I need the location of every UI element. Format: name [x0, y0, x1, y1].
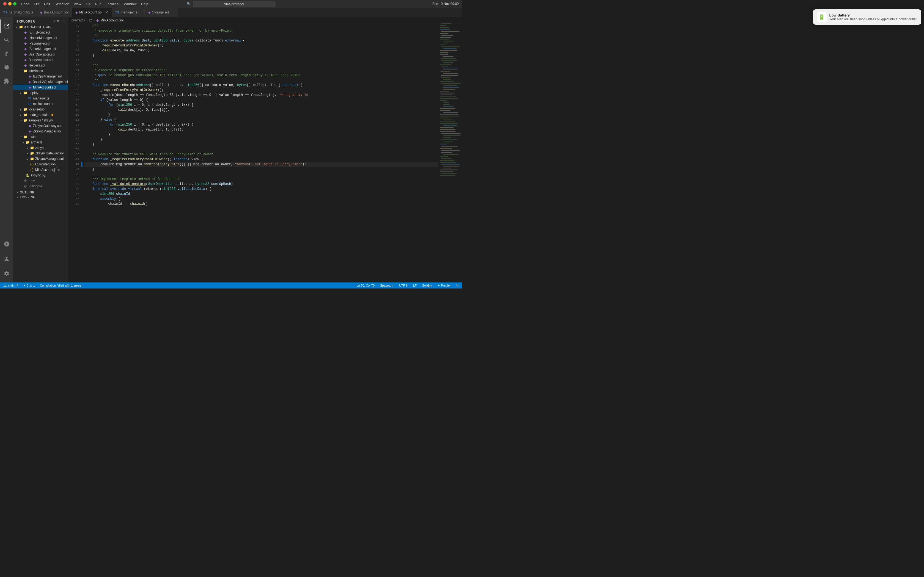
tree-zksyncgatewaysol-folder[interactable]: ▸ 📁 ZksyncGateway.sol [13, 151, 68, 156]
tree-miniaccount-json[interactable]: { } MiniAccount.json [13, 167, 68, 172]
activity-debug[interactable] [0, 61, 13, 74]
tree-il2ops[interactable]: ◆ IL2OpsManager.sol [13, 74, 68, 79]
spaces-setting[interactable]: Spaces: 4 [379, 282, 395, 288]
menu-help[interactable]: Help [141, 2, 148, 6]
activity-remote[interactable] [0, 237, 13, 251]
line-ending-text: LF [413, 284, 417, 287]
code-line-45: function execute(address dest, uint256 v… [84, 38, 438, 43]
tree-artifacts-folder[interactable]: ▾ 📁 artifacts [13, 140, 68, 145]
sol-file-icon: ◆ [27, 129, 32, 134]
encoding[interactable]: UTF-8 [398, 282, 409, 288]
sol-diamond-icon-3: ◆ [148, 11, 150, 14]
refresh-icon[interactable]: ⟳ [57, 19, 60, 23]
activity-source-control[interactable] [0, 47, 13, 60]
sol-file-icon: ◆ [27, 124, 32, 128]
git-branch[interactable]: ⎇ main ↺ [2, 282, 19, 288]
tree-baseaccount[interactable]: ◆ BaseAccount.sol [13, 57, 68, 63]
tab-hardhat[interactable]: TS hardhat.config.ts [0, 8, 37, 17]
menu-window[interactable]: Window [124, 2, 136, 6]
tree-miniaccount[interactable]: ◆ MiniAccount.sol [13, 85, 68, 90]
sol-file-icon: ◆ [23, 41, 27, 46]
json-file-icon: { } [30, 162, 34, 166]
tree-zksync-py[interactable]: 🐍 zksync.py [13, 172, 68, 178]
code-editor[interactable]: 42 43 44 45 46 47 48 49 50 51 52 53 54 5… [68, 23, 462, 282]
breadcrumb-filename[interactable]: MiniAccount.sol [100, 18, 123, 22]
activity-settings[interactable] [0, 267, 13, 280]
ln-78: 78 [68, 201, 79, 206]
menu-edit[interactable]: Edit [44, 2, 50, 6]
folder-closed-icon: 📁 [23, 91, 27, 95]
dot-file-icon: ⚙ [23, 184, 27, 189]
code-content[interactable]: /** * execute a transaction (called dire… [82, 23, 440, 282]
search-input[interactable] [193, 1, 276, 7]
menu-go[interactable]: Go [86, 2, 90, 6]
chevron-right-icon: ▸ [15, 191, 20, 194]
collapse-icon[interactable]: ⋯ [61, 19, 65, 23]
tree-zksyncgateway[interactable]: ◆ ZksyncGateway.sol [13, 123, 68, 129]
chevron-right-icon: ▸ [25, 147, 30, 150]
tab-storage[interactable]: ◆ Storage.sol [145, 8, 178, 17]
tab-baseaccount[interactable]: ◆ BaseAccount.sol [37, 8, 72, 17]
tree-miniaccount-ts[interactable]: TS miniaccount.ts [13, 101, 68, 106]
menu-code[interactable]: Code [21, 2, 29, 6]
tab-miniaccount[interactable]: ◆ MiniAccount.sol ✕ [72, 8, 112, 17]
tree-helpers[interactable]: ◆ Helpers.sol [13, 63, 68, 68]
tree-zksync-folder[interactable]: ▸ 📁 zksync [13, 145, 68, 151]
tree-ipaymaster[interactable]: ◆ IPaymaster.sol [13, 41, 68, 46]
code-line-67 [84, 147, 438, 152]
line-ending[interactable]: LF [412, 282, 418, 288]
tab-manager[interactable]: TS manager.ts [112, 8, 145, 17]
tree-project-root[interactable]: ▾ 📁 XTRA-PROTOCOL [13, 24, 68, 30]
ln-56: 56 [68, 93, 79, 98]
refresh-icon[interactable]: ↻ [455, 282, 460, 288]
tree-inoncemanager[interactable]: ◆ INonceManager.sol [13, 35, 68, 41]
ln-75: 75 [68, 187, 79, 192]
breadcrumb-contracts[interactable]: contracts [71, 18, 85, 22]
activity-extensions[interactable] [0, 74, 13, 88]
minimize-button[interactable] [8, 2, 11, 5]
menu-run[interactable]: Run [95, 2, 102, 6]
tree-manager-ts[interactable]: TS manager.ts [13, 96, 68, 101]
tab-close-button[interactable]: ✕ [105, 10, 108, 14]
new-file-icon[interactable]: + [53, 19, 55, 23]
tree-gitignore[interactable]: ⚙ .gitignore [13, 184, 68, 189]
breadcrumb-l2[interactable]: l2 [89, 18, 92, 22]
tree-zksyncmanagersol-folder[interactable]: ▸ 📁 ZksyncManager.sol [13, 156, 68, 161]
activity-search[interactable] [0, 33, 13, 47]
timeline-section-header[interactable]: ▸ TIMELINE [13, 195, 68, 199]
activity-account[interactable] [0, 252, 13, 266]
menu-file[interactable]: File [34, 2, 40, 6]
tree-useroperation[interactable]: ◆ UserOperation.sol [13, 52, 68, 57]
tree-localsetup-folder[interactable]: ▸ 📁 local-setup [13, 106, 68, 112]
tree-label: UserOperation.sol [29, 53, 55, 56]
tree-nodemodules-folder[interactable]: ▸ 📁 node_modules [13, 112, 68, 118]
tree-env[interactable]: ⚙ .env [13, 178, 68, 184]
ln-68: 68 [68, 152, 79, 157]
cursor-position[interactable]: Ln 70, Col 70 [355, 282, 376, 288]
cursor-pos-text: Ln 70, Col 70 [357, 284, 375, 287]
outline-section-header[interactable]: ▸ OUTLINE [13, 190, 68, 195]
menu-selection[interactable]: Selection [55, 2, 69, 6]
compilation-error[interactable]: Compilation failed with 1 errors [39, 282, 82, 288]
tree-ientrypoint[interactable]: ◆ IEntryPoint.sol [13, 30, 68, 35]
code-line-53: */ [84, 78, 438, 83]
ln-71: 71 [68, 167, 79, 172]
tree-l1router-json[interactable]: { } L1Router.json [13, 161, 68, 167]
tree-basel2ops[interactable]: ◆ BaseL2OpsManager.sol [13, 79, 68, 85]
close-button[interactable] [3, 2, 6, 5]
errors-warnings[interactable]: ✕ 0 ⚠ 1 [22, 282, 36, 288]
menu-terminal[interactable]: Terminal [106, 2, 120, 6]
language-mode[interactable]: Solidity [421, 282, 433, 288]
code-line-55: _requireFromEntryPointOrOwner(); [84, 88, 438, 93]
maximize-button[interactable] [13, 2, 16, 5]
tree-samples-folder[interactable]: ▾ 📁 samples / zksync [13, 118, 68, 123]
formatter[interactable]: ✦ Prettier [436, 282, 452, 288]
tree-zksyncmanager[interactable]: ◆ ZksyncManager.sol [13, 129, 68, 134]
menu-view[interactable]: View [74, 2, 81, 6]
chevron-right-icon: ▸ [25, 152, 30, 155]
tree-istakemanager[interactable]: ◆ IStakeManager.sol [13, 46, 68, 52]
tree-interfaces-folder[interactable]: ▾ 📁 interfaces [13, 68, 68, 74]
tree-tests-folder[interactable]: ▾ 📁 tests [13, 134, 68, 140]
activity-explorer[interactable] [0, 19, 13, 33]
tree-deploy-folder[interactable]: ▸ 📁 deploy [13, 90, 68, 96]
